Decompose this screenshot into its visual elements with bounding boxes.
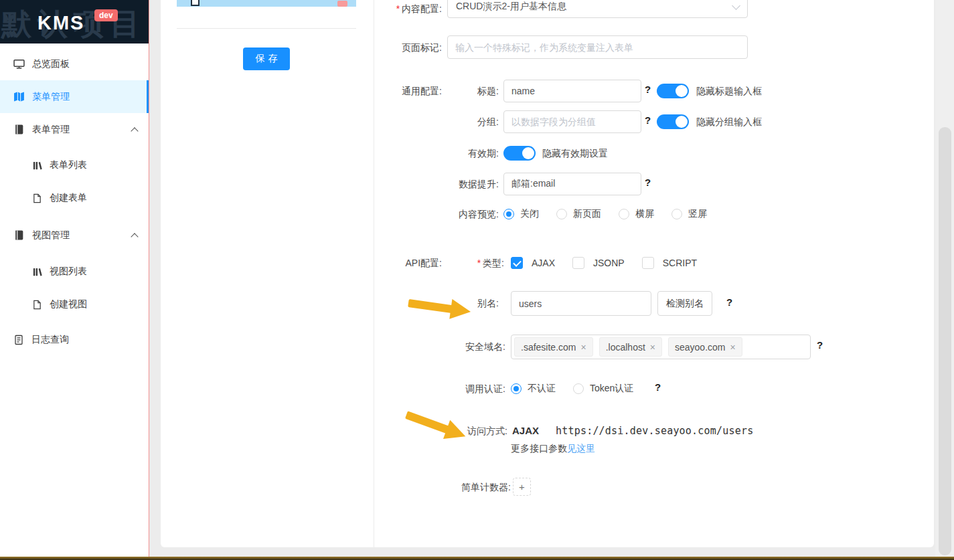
chevron-up-icon xyxy=(131,233,138,240)
sidebar: 默认项目 KMS dev 总览面板 菜单管理 表单管理 表单列表 创建表单 xyxy=(0,0,149,557)
help-icon[interactable]: ? xyxy=(645,114,651,126)
app-logo: KMS xyxy=(37,12,84,34)
close-icon[interactable]: × xyxy=(580,342,586,353)
required-mark: * xyxy=(396,3,400,14)
book-icon xyxy=(13,124,25,135)
sidebar-item-create-form[interactable]: 创建表单 xyxy=(0,181,149,215)
radio-option-close[interactable]: 关闭 xyxy=(503,208,539,220)
radio-option-token-auth[interactable]: Token认证 xyxy=(573,383,633,395)
title-input[interactable] xyxy=(503,80,641,102)
checkbox-icon xyxy=(642,257,654,269)
domain-tag: .safesite.com× xyxy=(514,337,593,357)
alias-input[interactable] xyxy=(511,291,651,316)
close-icon[interactable]: × xyxy=(730,342,736,353)
safe-domain-tags-input[interactable]: .safesite.com× .localhost× seayoo.com× xyxy=(511,335,811,359)
preview-radio-group: 关闭 新页面 横屏 竖屏 xyxy=(503,206,707,222)
radio-icon xyxy=(573,383,584,394)
access-method: AJAX xyxy=(512,424,539,438)
sidebar-item-view-list[interactable]: 视图列表 xyxy=(0,255,149,288)
safe-domain-label: 安全域名: xyxy=(418,340,505,353)
hide-validity-toggle[interactable] xyxy=(503,146,536,161)
sidebar-item-label: 创建视图 xyxy=(50,298,87,310)
radio-icon xyxy=(619,209,629,219)
checkbox-icon xyxy=(511,257,523,269)
title-label: 标题: xyxy=(412,84,499,98)
validity-label: 有效期: xyxy=(412,147,499,160)
hide-title-toggle-label: 隐藏标题输入框 xyxy=(696,84,762,98)
data-promote-input[interactable] xyxy=(503,173,641,195)
auth-label: 调用认证: xyxy=(418,382,505,395)
help-icon[interactable]: ? xyxy=(726,296,732,308)
check-alias-button[interactable]: 检测别名 xyxy=(657,291,712,316)
sidebar-item-create-view[interactable]: 创建视图 xyxy=(0,288,149,321)
more-params-link[interactable]: 见这里 xyxy=(567,443,595,454)
library-icon xyxy=(32,161,42,171)
sidebar-item-label: 表单管理 xyxy=(32,124,70,136)
required-mark: * xyxy=(477,258,481,268)
domain-tag: .localhost× xyxy=(599,337,662,357)
help-icon[interactable]: ? xyxy=(645,177,651,188)
save-button[interactable]: 保存 xyxy=(243,48,290,70)
menu-icon xyxy=(13,91,25,102)
book-icon xyxy=(13,229,25,241)
library-icon xyxy=(32,267,42,277)
sidebar-item-label: 视图管理 xyxy=(32,229,70,242)
auth-radio-group: 不认证 Token认证 xyxy=(511,381,633,397)
sidebar-item-form-mgmt[interactable]: 表单管理 xyxy=(0,113,149,146)
close-icon[interactable]: × xyxy=(650,342,655,353)
monitor-icon xyxy=(13,58,25,70)
radio-option-portrait[interactable]: 竖屏 xyxy=(671,208,707,220)
more-params-text: 更多接口参数见这里 xyxy=(511,442,595,455)
hide-validity-toggle-label: 隐藏有效期设置 xyxy=(542,147,608,160)
checkbox-icon[interactable] xyxy=(191,0,200,6)
data-promote-label: 数据提升: xyxy=(412,177,499,191)
radio-icon xyxy=(511,383,522,394)
help-icon[interactable]: ? xyxy=(817,339,823,351)
sidebar-item-label: 日志查询 xyxy=(31,334,69,346)
page-mark-label: 页面标记: xyxy=(355,41,442,54)
radio-icon xyxy=(503,209,514,219)
app-screen: 默认项目 KMS dev 总览面板 菜单管理 表单管理 表单列表 创建表单 xyxy=(0,0,954,560)
sidebar-item-label: 视图列表 xyxy=(50,266,87,278)
sidebar-item-form-list[interactable]: 表单列表 xyxy=(0,149,149,182)
radio-option-no-auth[interactable]: 不认证 xyxy=(511,383,556,395)
scrollbar-thumb[interactable] xyxy=(939,127,951,555)
radio-icon xyxy=(671,209,682,219)
radio-icon xyxy=(556,209,567,219)
group-input[interactable] xyxy=(503,110,641,133)
counter-label: 简单计数器: xyxy=(422,480,511,494)
preview-label: 内容预览: xyxy=(412,207,499,221)
content-config-select[interactable]: CRUD演示2-用户基本信息 xyxy=(447,0,748,18)
delete-icon[interactable] xyxy=(337,1,347,7)
log-icon xyxy=(13,335,24,345)
radio-option-new-page[interactable]: 新页面 xyxy=(556,208,601,220)
sidebar-item-label: 创建表单 xyxy=(50,192,87,204)
select-value: CRUD演示2-用户基本信息 xyxy=(456,1,566,13)
help-icon[interactable]: ? xyxy=(645,84,651,95)
sidebar-item-label: 总览面板 xyxy=(32,58,70,70)
file-icon xyxy=(32,193,42,203)
file-icon xyxy=(32,300,42,310)
sidebar-item-view-mgmt[interactable]: 视图管理 xyxy=(0,219,149,252)
sidebar-item-log-query[interactable]: 日志查询 xyxy=(0,323,149,357)
panel-divider xyxy=(374,0,374,547)
checkbox-option-jsonp[interactable]: JSONP xyxy=(572,257,625,269)
selected-list-item[interactable] xyxy=(177,0,356,7)
help-icon[interactable]: ? xyxy=(655,381,661,393)
page-mark-input[interactable] xyxy=(447,35,748,59)
env-badge: dev xyxy=(94,9,118,21)
checkbox-icon xyxy=(572,257,584,269)
sidebar-item-menu-mgmt[interactable]: 菜单管理 xyxy=(0,80,149,113)
sidebar-item-label: 表单列表 xyxy=(50,159,87,171)
logo-header: 默认项目 KMS dev xyxy=(0,0,149,43)
checkbox-option-script[interactable]: SCRIPT xyxy=(642,257,697,269)
sidebar-item-overview[interactable]: 总览面板 xyxy=(0,48,149,80)
checkbox-option-ajax[interactable]: AJAX xyxy=(511,257,555,269)
type-checkbox-group: AJAX JSONP SCRIPT xyxy=(511,255,697,271)
add-counter-button[interactable]: + xyxy=(513,478,531,496)
hide-group-toggle[interactable] xyxy=(657,114,689,129)
hide-title-toggle[interactable] xyxy=(657,84,689,98)
sidebar-item-label: 菜单管理 xyxy=(32,91,70,103)
group-label: 分组: xyxy=(412,115,499,128)
radio-option-landscape[interactable]: 横屏 xyxy=(619,208,654,220)
